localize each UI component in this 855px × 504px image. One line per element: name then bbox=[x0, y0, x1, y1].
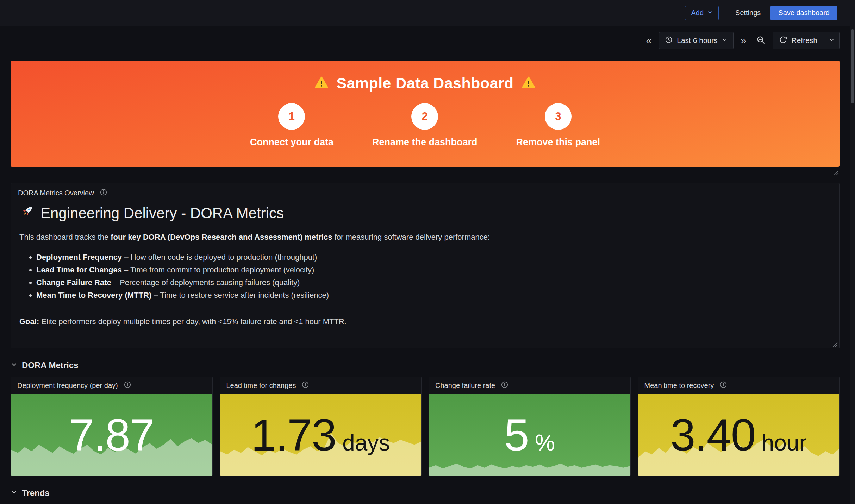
banner-title: Sample Data Dashboard bbox=[336, 75, 513, 92]
banner-title-row: Sample Data Dashboard bbox=[314, 75, 535, 92]
refresh-label: Refresh bbox=[791, 36, 817, 45]
overview-heading-text: Engineering Delivery - DORA Metrics bbox=[40, 205, 284, 222]
time-shift-forward-button[interactable]: » bbox=[738, 32, 749, 49]
list-item: Lead Time for Changes – Time from commit… bbox=[36, 264, 831, 276]
time-shift-back-button[interactable]: « bbox=[643, 32, 655, 49]
time-range-picker[interactable]: Last 6 hours bbox=[659, 32, 733, 49]
panel-title[interactable]: Mean time to recovery bbox=[644, 382, 714, 390]
stat-panel-mean-time-to-recovery: Mean time to recovery 3.40 hour bbox=[638, 377, 840, 476]
stat-value: 5 bbox=[504, 412, 529, 458]
panel-resize-handle[interactable] bbox=[831, 341, 838, 347]
stat-body: 5 % bbox=[429, 394, 630, 476]
add-button-label: Add bbox=[691, 9, 704, 17]
sample-data-banner-panel: Sample Data Dashboard 1 Connect your dat… bbox=[11, 61, 840, 167]
settings-button[interactable]: Settings bbox=[732, 6, 764, 20]
refresh-interval-dropdown[interactable] bbox=[824, 32, 839, 49]
panel-resize-handle[interactable] bbox=[832, 169, 839, 175]
stat-value-row: 5 % bbox=[504, 412, 555, 458]
time-toolbar: « Last 6 hours » bbox=[11, 32, 840, 49]
stat-panel-change-failure-rate: Change failure rate 5 % bbox=[429, 377, 631, 476]
add-button[interactable]: Add bbox=[685, 6, 719, 20]
stat-value-row: 7.87 bbox=[69, 412, 154, 458]
clock-icon bbox=[665, 36, 673, 45]
stat-panel-deployment-frequency: Deployment frequency (per day) 7.87 bbox=[11, 377, 213, 476]
stat-value: 1.73 bbox=[251, 412, 336, 458]
info-icon[interactable] bbox=[501, 381, 508, 390]
refresh-icon bbox=[779, 36, 787, 45]
stats-row: Deployment frequency (per day) 7.87 Lead… bbox=[11, 377, 840, 476]
overview-intro: This dashboard tracks the four key DORA … bbox=[19, 231, 831, 243]
scrollbar-thumb[interactable] bbox=[851, 29, 854, 103]
panel-header: Mean time to recovery bbox=[638, 377, 840, 394]
overview-heading: Engineering Delivery - DORA Metrics bbox=[19, 204, 831, 223]
stat-body: 3.40 hour bbox=[638, 394, 840, 476]
topbar-divider bbox=[725, 7, 725, 19]
chevron-down-icon bbox=[707, 9, 713, 17]
stat-body: 7.87 bbox=[11, 394, 212, 476]
refresh-button[interactable]: Refresh bbox=[773, 32, 824, 49]
stat-unit: % bbox=[535, 430, 555, 456]
dora-overview-panel: DORA Metrics Overview Engineering Delive… bbox=[11, 183, 840, 348]
section-label: Trends bbox=[22, 488, 50, 498]
list-item: Deployment Frequency – How often code is… bbox=[36, 251, 831, 264]
panel-title[interactable]: DORA Metrics Overview bbox=[18, 189, 94, 197]
stat-body: 1.73 days bbox=[220, 394, 422, 476]
panel-title[interactable]: Deployment frequency (per day) bbox=[17, 382, 118, 390]
stat-value-row: 3.40 hour bbox=[670, 412, 807, 458]
step-number-badge: 3 bbox=[545, 103, 572, 130]
info-icon[interactable] bbox=[100, 188, 107, 197]
panel-title[interactable]: Change failure rate bbox=[435, 382, 495, 390]
section-trends[interactable]: Trends bbox=[11, 485, 840, 501]
banner-step-remove-panel: 3 Remove this panel bbox=[516, 103, 600, 148]
double-chevron-right-icon: » bbox=[741, 35, 747, 46]
refresh-button-group: Refresh bbox=[773, 32, 840, 49]
stat-value: 7.87 bbox=[69, 412, 154, 458]
chevron-down-icon bbox=[829, 37, 835, 44]
stat-unit: days bbox=[342, 430, 390, 456]
list-item: Change Failure Rate – Percentage of depl… bbox=[36, 276, 831, 289]
dora-metrics-list: Deployment Frequency – How often code is… bbox=[19, 251, 831, 302]
stat-value-row: 1.73 days bbox=[251, 412, 390, 458]
panel-header: Lead time for changes bbox=[220, 377, 422, 394]
goal-text: Goal: Elite performers deploy multiple t… bbox=[19, 316, 831, 328]
panel-title[interactable]: Lead time for changes bbox=[226, 382, 296, 390]
time-range-label: Last 6 hours bbox=[677, 36, 718, 45]
panel-header: Deployment frequency (per day) bbox=[11, 377, 212, 394]
rocket-icon bbox=[19, 204, 35, 223]
step-label: Rename the dashboard bbox=[372, 137, 478, 148]
chevron-down-icon bbox=[11, 488, 18, 498]
section-label: DORA Metrics bbox=[22, 360, 78, 370]
scrollbar[interactable] bbox=[850, 26, 855, 504]
dashboard-content: « Last 6 hours » bbox=[0, 32, 855, 501]
magnifier-minus-icon bbox=[756, 35, 766, 46]
chevron-down-icon bbox=[11, 360, 18, 370]
step-label: Remove this panel bbox=[516, 137, 600, 148]
banner-step-rename-dashboard: 2 Rename the dashboard bbox=[372, 103, 478, 148]
overview-body: Engineering Delivery - DORA Metrics This… bbox=[11, 204, 839, 328]
banner-steps: 1 Connect your data 2 Rename the dashboa… bbox=[250, 103, 600, 148]
info-icon[interactable] bbox=[301, 381, 309, 390]
step-number-badge: 1 bbox=[278, 103, 305, 130]
time-range-picker-group: Last 6 hours bbox=[659, 32, 734, 49]
banner-step-connect-data: 1 Connect your data bbox=[250, 103, 333, 148]
section-dora-metrics[interactable]: DORA Metrics bbox=[11, 358, 840, 373]
warning-icon bbox=[314, 76, 329, 91]
step-label: Connect your data bbox=[250, 137, 333, 148]
panel-header: DORA Metrics Overview bbox=[11, 183, 839, 199]
info-icon[interactable] bbox=[719, 381, 727, 390]
step-number-badge: 2 bbox=[411, 103, 438, 130]
double-chevron-left-icon: « bbox=[646, 35, 652, 46]
zoom-out-button[interactable] bbox=[753, 32, 768, 49]
top-bar: Add Settings Save dashboard bbox=[0, 0, 855, 26]
list-item: Mean Time to Recovery (MTTR) – Time to r… bbox=[36, 289, 831, 302]
warning-icon bbox=[522, 76, 536, 91]
stat-panel-lead-time: Lead time for changes 1.73 days bbox=[220, 377, 422, 476]
stat-value: 3.40 bbox=[670, 412, 755, 458]
info-icon[interactable] bbox=[124, 381, 131, 390]
panel-header: Change failure rate bbox=[429, 377, 630, 394]
stat-unit: hour bbox=[762, 430, 807, 456]
save-dashboard-button[interactable]: Save dashboard bbox=[770, 6, 837, 20]
chevron-down-icon bbox=[722, 36, 728, 45]
